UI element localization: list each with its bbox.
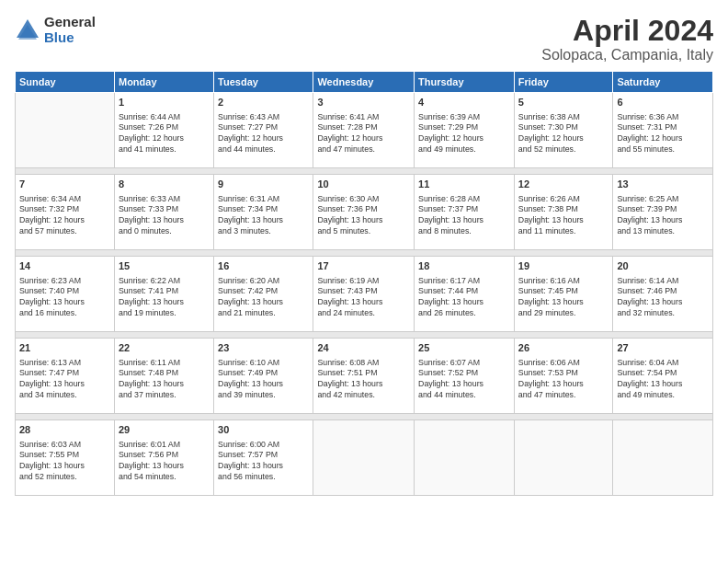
week-separator	[16, 250, 713, 257]
logo: General Blue	[15, 15, 96, 45]
calendar-week-row: 14Sunrise: 6:23 AMSunset: 7:40 PMDayligh…	[16, 257, 713, 332]
day-number: 22	[119, 341, 210, 355]
table-row: 21Sunrise: 6:13 AMSunset: 7:47 PMDayligh…	[16, 339, 115, 414]
table-row: 17Sunrise: 6:19 AMSunset: 7:43 PMDayligh…	[313, 257, 415, 332]
table-row: 22Sunrise: 6:11 AMSunset: 7:48 PMDayligh…	[114, 339, 213, 414]
day-number: 23	[218, 341, 309, 355]
day-number: 19	[518, 259, 609, 273]
day-info: Sunrise: 6:17 AMSunset: 7:44 PMDaylight:…	[418, 276, 510, 320]
table-row: 7Sunrise: 6:34 AMSunset: 7:32 PMDaylight…	[16, 175, 115, 250]
header: General Blue April 2024 Solopaca, Campan…	[15, 15, 713, 63]
day-info: Sunrise: 6:39 AMSunset: 7:29 PMDaylight:…	[418, 112, 510, 156]
table-row	[16, 93, 115, 168]
table-row: 18Sunrise: 6:17 AMSunset: 7:44 PMDayligh…	[415, 257, 515, 332]
table-row: 14Sunrise: 6:23 AMSunset: 7:40 PMDayligh…	[16, 257, 115, 332]
day-info: Sunrise: 6:07 AMSunset: 7:52 PMDaylight:…	[418, 358, 510, 402]
day-number: 16	[218, 259, 309, 273]
month-title: April 2024	[541, 15, 713, 47]
table-row: 30Sunrise: 6:00 AMSunset: 7:57 PMDayligh…	[214, 420, 313, 496]
table-row: 6Sunrise: 6:36 AMSunset: 7:31 PMDaylight…	[613, 93, 713, 168]
day-info: Sunrise: 6:33 AMSunset: 7:33 PMDaylight:…	[119, 194, 210, 238]
table-row: 3Sunrise: 6:41 AMSunset: 7:28 PMDaylight…	[313, 93, 415, 168]
col-friday: Friday	[514, 72, 613, 93]
calendar-week-row: 1Sunrise: 6:44 AMSunset: 7:26 PMDaylight…	[16, 93, 713, 168]
calendar-table: Sunday Monday Tuesday Wednesday Thursday…	[15, 71, 713, 496]
day-number: 17	[317, 259, 410, 273]
table-row: 28Sunrise: 6:03 AMSunset: 7:55 PMDayligh…	[16, 420, 115, 496]
day-info: Sunrise: 6:28 AMSunset: 7:37 PMDaylight:…	[418, 194, 510, 238]
calendar-header-row: Sunday Monday Tuesday Wednesday Thursday…	[16, 72, 713, 93]
table-row	[514, 420, 613, 496]
day-number: 11	[418, 178, 510, 191]
calendar-week-row: 7Sunrise: 6:34 AMSunset: 7:32 PMDaylight…	[16, 175, 713, 250]
col-tuesday: Tuesday	[214, 72, 313, 93]
col-wednesday: Wednesday	[313, 72, 415, 93]
day-info: Sunrise: 6:36 AMSunset: 7:31 PMDaylight:…	[617, 112, 709, 156]
day-info: Sunrise: 6:44 AMSunset: 7:26 PMDaylight:…	[119, 112, 210, 156]
day-number: 7	[19, 178, 110, 191]
table-row: 29Sunrise: 6:01 AMSunset: 7:56 PMDayligh…	[114, 420, 213, 496]
table-row: 25Sunrise: 6:07 AMSunset: 7:52 PMDayligh…	[415, 339, 515, 414]
table-row	[415, 420, 515, 496]
col-monday: Monday	[114, 72, 213, 93]
col-thursday: Thursday	[415, 72, 515, 93]
day-info: Sunrise: 6:13 AMSunset: 7:47 PMDaylight:…	[19, 358, 110, 402]
table-row	[313, 420, 415, 496]
day-number: 27	[617, 341, 709, 355]
day-info: Sunrise: 6:31 AMSunset: 7:34 PMDaylight:…	[218, 194, 309, 238]
calendar-week-row: 21Sunrise: 6:13 AMSunset: 7:47 PMDayligh…	[16, 339, 713, 414]
table-row: 12Sunrise: 6:26 AMSunset: 7:38 PMDayligh…	[514, 175, 613, 250]
col-sunday: Sunday	[16, 72, 115, 93]
day-info: Sunrise: 6:19 AMSunset: 7:43 PMDaylight:…	[317, 276, 410, 320]
day-number: 20	[617, 259, 709, 273]
col-saturday: Saturday	[613, 72, 713, 93]
logo-icon	[15, 17, 40, 43]
logo-blue-text: Blue	[44, 30, 96, 46]
table-row: 24Sunrise: 6:08 AMSunset: 7:51 PMDayligh…	[313, 339, 415, 414]
day-number: 29	[119, 423, 210, 437]
day-number: 8	[119, 178, 210, 191]
table-row: 8Sunrise: 6:33 AMSunset: 7:33 PMDaylight…	[114, 175, 213, 250]
day-info: Sunrise: 6:08 AMSunset: 7:51 PMDaylight:…	[317, 358, 410, 402]
table-row: 15Sunrise: 6:22 AMSunset: 7:41 PMDayligh…	[114, 257, 213, 332]
day-info: Sunrise: 6:11 AMSunset: 7:48 PMDaylight:…	[119, 358, 210, 402]
day-number: 21	[19, 341, 110, 355]
day-info: Sunrise: 6:00 AMSunset: 7:57 PMDaylight:…	[218, 440, 309, 484]
table-row: 16Sunrise: 6:20 AMSunset: 7:42 PMDayligh…	[214, 257, 313, 332]
week-separator	[16, 332, 713, 339]
day-info: Sunrise: 6:26 AMSunset: 7:38 PMDaylight:…	[518, 194, 609, 238]
table-row: 4Sunrise: 6:39 AMSunset: 7:29 PMDaylight…	[415, 93, 515, 168]
day-info: Sunrise: 6:03 AMSunset: 7:55 PMDaylight:…	[19, 440, 110, 484]
day-number: 2	[218, 96, 309, 109]
day-info: Sunrise: 6:10 AMSunset: 7:49 PMDaylight:…	[218, 358, 309, 402]
table-row: 20Sunrise: 6:14 AMSunset: 7:46 PMDayligh…	[613, 257, 713, 332]
day-number: 14	[19, 259, 110, 273]
table-row: 19Sunrise: 6:16 AMSunset: 7:45 PMDayligh…	[514, 257, 613, 332]
location: Solopaca, Campania, Italy	[541, 47, 713, 63]
day-number: 12	[518, 178, 609, 191]
day-number: 13	[617, 178, 709, 191]
day-number: 28	[19, 423, 110, 437]
table-row: 23Sunrise: 6:10 AMSunset: 7:49 PMDayligh…	[214, 339, 313, 414]
day-info: Sunrise: 6:34 AMSunset: 7:32 PMDaylight:…	[19, 194, 110, 238]
table-row: 26Sunrise: 6:06 AMSunset: 7:53 PMDayligh…	[514, 339, 613, 414]
table-row: 27Sunrise: 6:04 AMSunset: 7:54 PMDayligh…	[613, 339, 713, 414]
day-number: 26	[518, 341, 609, 355]
table-row: 2Sunrise: 6:43 AMSunset: 7:27 PMDaylight…	[214, 93, 313, 168]
day-info: Sunrise: 6:06 AMSunset: 7:53 PMDaylight:…	[518, 358, 609, 402]
table-row: 9Sunrise: 6:31 AMSunset: 7:34 PMDaylight…	[214, 175, 313, 250]
table-row: 13Sunrise: 6:25 AMSunset: 7:39 PMDayligh…	[613, 175, 713, 250]
table-row: 10Sunrise: 6:30 AMSunset: 7:36 PMDayligh…	[313, 175, 415, 250]
logo-general-text: General	[44, 15, 96, 30]
day-number: 10	[317, 178, 410, 191]
day-info: Sunrise: 6:04 AMSunset: 7:54 PMDaylight:…	[617, 358, 709, 402]
day-number: 18	[418, 259, 510, 273]
day-number: 25	[418, 341, 510, 355]
page: General Blue April 2024 Solopaca, Campan…	[0, 0, 728, 563]
day-info: Sunrise: 6:23 AMSunset: 7:40 PMDaylight:…	[19, 276, 110, 320]
day-number: 4	[418, 96, 510, 109]
day-info: Sunrise: 6:25 AMSunset: 7:39 PMDaylight:…	[617, 194, 709, 238]
day-number: 30	[218, 423, 309, 437]
day-number: 15	[119, 259, 210, 273]
day-info: Sunrise: 6:01 AMSunset: 7:56 PMDaylight:…	[119, 440, 210, 484]
